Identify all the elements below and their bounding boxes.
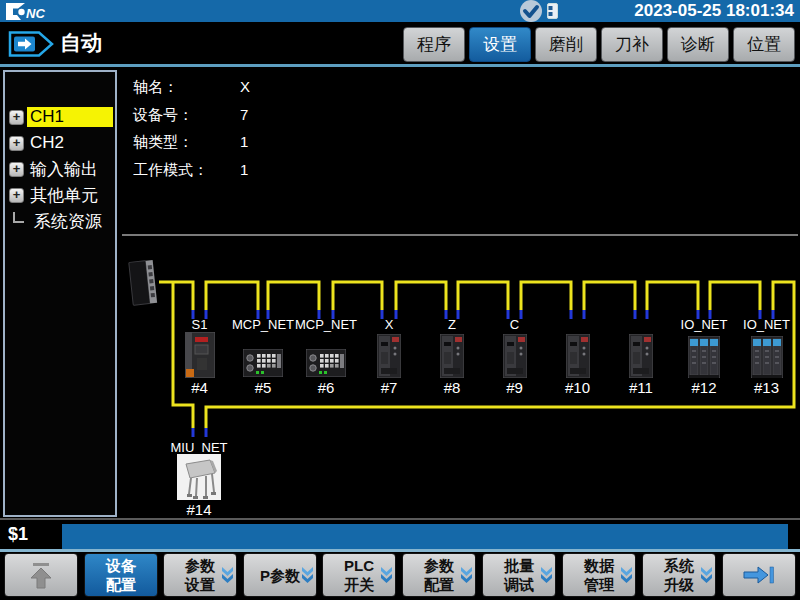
gnc-logo-icon: NC xyxy=(4,2,66,21)
tab-position[interactable]: 位置 xyxy=(733,27,795,62)
page-up-icon xyxy=(27,562,55,589)
softkey-system-upgrade[interactable]: 系统升级 xyxy=(642,553,716,597)
servo-drive-icon xyxy=(440,334,464,378)
device-port-label: MCP_NET xyxy=(227,317,299,332)
servo-drive-icon xyxy=(566,334,590,378)
field-label: 轴名： xyxy=(133,78,178,97)
device-number: #9 xyxy=(487,379,543,396)
servo-drive-icon xyxy=(503,334,527,378)
expand-icon[interactable]: + xyxy=(9,110,24,125)
tab-settings[interactable]: 设置 xyxy=(469,27,531,62)
mcp-panel-icon xyxy=(306,349,346,377)
device-number: #10 xyxy=(550,379,606,396)
device-port-label: X xyxy=(353,317,425,332)
sidebar-item-ch2[interactable]: +CH2 xyxy=(9,130,67,156)
network-device-6[interactable] xyxy=(306,349,346,381)
device-port-label: IO_NET xyxy=(668,317,740,332)
tab-tool-comp[interactable]: 刀补 xyxy=(601,27,663,62)
network-device-7[interactable] xyxy=(377,334,401,382)
device-port-label: C xyxy=(479,317,551,332)
sidebar-item-ch1[interactable]: +CH1 xyxy=(9,104,113,130)
network-device-14[interactable] xyxy=(177,454,221,504)
network-device-4[interactable] xyxy=(185,332,215,382)
network-device-13[interactable] xyxy=(751,336,783,382)
expand-icon[interactable]: + xyxy=(9,136,24,151)
status-row: $1 xyxy=(0,518,800,549)
softkey-data-manage[interactable]: 数据管理 xyxy=(562,553,636,597)
softkey-label: 参数 xyxy=(185,556,215,575)
network-topology-diagram: S1#4MCP_NET#5MCP_NET#6X#7Z#8C#9#10#11IO_… xyxy=(120,236,800,516)
sidebar-item-label: CH1 xyxy=(27,107,113,127)
softkey-batch-debug[interactable]: 批量调试 xyxy=(482,553,556,597)
mode-label: 自动 xyxy=(60,29,102,57)
device-port-label: Z xyxy=(416,317,488,332)
device-number: #12 xyxy=(676,379,732,396)
device-port-label: S1 xyxy=(164,317,236,332)
softkey-page-up[interactable] xyxy=(4,553,78,597)
softkey-p-params[interactable]: P参数 xyxy=(243,553,317,597)
title-bar: NC 2023-05-25 18:01:34 xyxy=(0,0,800,22)
chevron-down-icon xyxy=(221,567,234,584)
device-number: #8 xyxy=(424,379,480,396)
softkey-label: 参数 xyxy=(424,556,454,575)
cnc-screen: NC 2023-05-25 18:01:34 自动 程序设置磨削刀补诊断位置 +… xyxy=(0,0,800,600)
servo-drive-icon xyxy=(377,334,401,378)
device-tree-panel: +CH1+CH2+输入输出+其他单元系统资源 xyxy=(3,70,117,517)
softkey-param-config[interactable]: 参数配置 xyxy=(402,553,476,597)
network-device-9[interactable] xyxy=(503,334,527,382)
servo-drive-icon xyxy=(629,334,653,378)
storage-icon xyxy=(547,3,558,19)
sidebar-item-input-output[interactable]: +输入输出 xyxy=(9,156,101,182)
chevron-down-icon xyxy=(540,567,553,584)
separator-line-bottom xyxy=(0,549,800,552)
softkey-label: 升级 xyxy=(664,575,694,594)
io-module-icon xyxy=(751,336,783,378)
network-device-10[interactable] xyxy=(566,334,590,382)
chevron-down-icon xyxy=(301,567,314,584)
network-device-12[interactable] xyxy=(688,336,720,382)
expand-icon[interactable]: + xyxy=(9,188,24,203)
softkey-label: 配置 xyxy=(424,575,454,594)
field-label: 工作模式： xyxy=(133,161,208,180)
sidebar-item-label: 系统资源 xyxy=(31,210,105,233)
device-number: #11 xyxy=(613,379,669,396)
softkey-label: 配置 xyxy=(106,575,136,594)
controller-icon xyxy=(126,257,162,309)
softkey-plc-switch[interactable]: PLC开关 xyxy=(322,553,396,597)
datetime-text: 2023-05-25 18:01:34 xyxy=(634,1,794,21)
network-device-8[interactable] xyxy=(440,334,464,382)
device-port-label: MCP_NET xyxy=(290,317,362,332)
expand-icon[interactable]: + xyxy=(9,162,24,177)
svg-text:NC: NC xyxy=(26,6,45,21)
chevron-down-icon xyxy=(460,567,473,584)
tree-branch-icon xyxy=(13,212,24,223)
chevron-down-icon xyxy=(620,567,633,584)
softkey-label: 开关 xyxy=(344,575,374,594)
tab-grinding[interactable]: 磨削 xyxy=(535,27,597,62)
page-next-icon xyxy=(742,564,776,586)
tab-program[interactable]: 程序 xyxy=(403,27,465,62)
softkey-page-next[interactable] xyxy=(722,553,796,597)
separator-line xyxy=(0,64,800,67)
inverter-icon xyxy=(185,332,215,378)
device-number: #5 xyxy=(235,379,291,396)
softkey-param-settings[interactable]: 参数设置 xyxy=(163,553,237,597)
softkey-label: 调试 xyxy=(504,575,534,594)
device-number: #7 xyxy=(361,379,417,396)
field-label: 设备号： xyxy=(133,106,193,125)
softkey-label: 管理 xyxy=(584,575,614,594)
softkey-device-config[interactable]: 设备配置 xyxy=(84,553,158,597)
softkey-label: PLC xyxy=(344,556,374,575)
softkey-label: 批量 xyxy=(504,556,534,575)
network-device-11[interactable] xyxy=(629,334,653,382)
sidebar-item-other-units[interactable]: +其他单元 xyxy=(9,182,101,208)
chevron-down-icon xyxy=(380,567,393,584)
device-number: #14 xyxy=(171,501,227,518)
tab-diagnosis[interactable]: 诊断 xyxy=(667,27,729,62)
softkey-label: 设置 xyxy=(185,575,215,594)
host-controller-device[interactable] xyxy=(126,257,162,313)
softkey-label: 设备 xyxy=(106,556,136,575)
device-port-label: MIU_NET xyxy=(163,440,235,455)
sidebar-item-system-resources[interactable]: 系统资源 xyxy=(9,208,105,234)
network-device-5[interactable] xyxy=(243,349,283,381)
